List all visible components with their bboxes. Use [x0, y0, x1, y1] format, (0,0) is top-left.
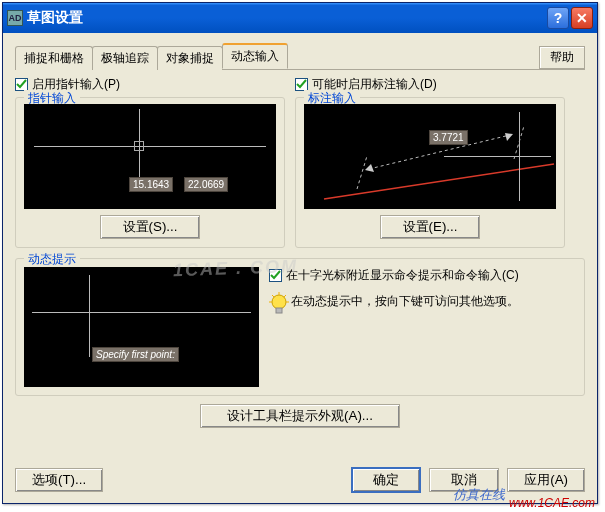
svg-line-2	[357, 156, 367, 189]
show-prompts-row[interactable]: 在十字光标附近显示命令提示和命令输入(C)	[269, 267, 576, 284]
dynamic-prompts-legend: 动态提示	[24, 251, 80, 268]
dynamic-prompts-preview: Specify first point:	[24, 267, 259, 387]
dimension-settings-row: 设置(E)...	[304, 215, 556, 239]
svg-point-6	[272, 295, 286, 309]
pickbox-icon	[134, 141, 144, 151]
titlebar: AD 草图设置 ? ✕	[3, 3, 597, 33]
check-icon	[296, 79, 307, 90]
top-row: 启用指针输入(P) 指针输入 15.1643 22.0669 设置(S)...	[15, 76, 585, 248]
dimension-settings-button[interactable]: 设置(E)...	[380, 215, 480, 239]
client-area: 捕捉和栅格 极轴追踪 对象捕捉 动态输入 帮助 启用指针输入(P) 指针输入	[3, 33, 597, 503]
crosshair-vertical	[89, 275, 90, 357]
titlebar-buttons: ? ✕	[547, 7, 593, 29]
pointer-input-fieldset: 指针输入 15.1643 22.0669 设置(S)...	[15, 97, 285, 248]
crosshair-vertical	[519, 112, 520, 201]
tooltip-appearance-button[interactable]: 设计工具栏提示外观(A)...	[200, 404, 400, 428]
dynamic-right: 在十字光标附近显示命令提示和命令输入(C) 在动态提示中，按向下键可访问其他选	[269, 267, 576, 387]
dynamic-prompts-fieldset: 动态提示 Specify first point: 在十字光标附近显示命令提示和…	[15, 258, 585, 396]
dialog-window: AD 草图设置 ? ✕ 捕捉和栅格 极轴追踪 对象捕捉 动态输入 帮助 启用指针…	[2, 2, 598, 504]
tip-text: 在动态提示中，按向下键可访问其他选项。	[291, 292, 519, 310]
ok-button[interactable]: 确定	[351, 467, 421, 493]
dynamic-inner: Specify first point: 在十字光标附近显示命令提示和命令输入(…	[24, 267, 576, 387]
dimension-input-fieldset: 标注输入 3.7721	[295, 97, 565, 248]
dimension-input-preview: 3.7721	[304, 104, 556, 209]
pointer-input-preview: 15.1643 22.0669	[24, 104, 276, 209]
coord-x-value: 15.1643	[129, 177, 173, 192]
crosshair-horizontal	[32, 312, 251, 313]
tab-snap-grid[interactable]: 捕捉和栅格	[15, 46, 93, 70]
svg-rect-7	[276, 308, 282, 313]
options-button[interactable]: 选项(T)...	[15, 468, 103, 492]
titlebar-help-button[interactable]: ?	[547, 7, 569, 29]
show-prompts-label: 在十字光标附近显示命令提示和命令输入(C)	[286, 267, 519, 284]
titlebar-close-button[interactable]: ✕	[571, 7, 593, 29]
tab-object-snap[interactable]: 对象捕捉	[157, 46, 223, 70]
tab-dynamic-input[interactable]: 动态输入	[222, 43, 288, 69]
lightbulb-icon	[269, 292, 291, 323]
dynamic-prompts-section: 动态提示 Specify first point: 在十字光标附近显示命令提示和…	[15, 258, 585, 396]
pointer-column: 启用指针输入(P) 指针输入 15.1643 22.0669 设置(S)...	[15, 76, 285, 248]
svg-marker-5	[505, 133, 513, 141]
window-title: 草图设置	[27, 9, 547, 27]
pointer-settings-button[interactable]: 设置(S)...	[100, 215, 200, 239]
crosshair-horizontal	[444, 156, 551, 157]
tabs-row: 捕捉和栅格 极轴追踪 对象捕捉 动态输入 帮助	[15, 43, 585, 70]
apply-button[interactable]: 应用(A)	[507, 468, 585, 492]
tab-polar-tracking[interactable]: 极轴追踪	[92, 46, 158, 70]
appearance-row: 设计工具栏提示外观(A)...	[15, 404, 585, 428]
check-icon	[16, 79, 27, 90]
dimension-value: 3.7721	[429, 130, 468, 145]
svg-marker-4	[365, 164, 374, 172]
watermark-url: www.1CAE.com	[509, 496, 595, 510]
dimension-column: 可能时启用标注输入(D) 标注输入	[295, 76, 565, 248]
pointer-settings-row: 设置(S)...	[24, 215, 276, 239]
coord-y-value: 22.0669	[184, 177, 228, 192]
app-icon: AD	[7, 10, 23, 26]
help-button[interactable]: 帮助	[539, 46, 585, 69]
watermark-slogan: 仿真在线	[453, 486, 505, 504]
tip-row: 在动态提示中，按向下键可访问其他选项。	[269, 292, 576, 323]
watermark-text: 1CAE . COM	[173, 256, 299, 281]
crosshair-horizontal	[34, 146, 266, 147]
command-prompt-text: Specify first point:	[92, 347, 179, 362]
